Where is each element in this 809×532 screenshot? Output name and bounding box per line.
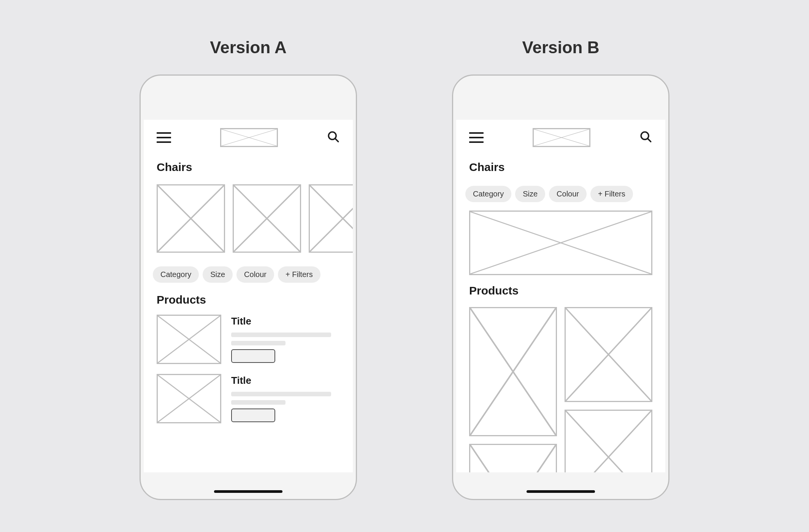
filter-bar: Category Size Colour + Filters [456, 178, 665, 204]
text-placeholder [231, 332, 331, 337]
product-body: Title [231, 374, 340, 423]
svg-line-24 [566, 411, 651, 472]
category-carousel[interactable] [144, 178, 353, 259]
svg-line-25 [566, 411, 651, 472]
product-grid [456, 302, 665, 472]
app-header [144, 120, 353, 149]
filter-pill-size[interactable]: Size [515, 186, 545, 202]
column-version-a: Version A Chairs [140, 38, 357, 500]
list-item[interactable]: Title [157, 315, 340, 364]
text-placeholder [231, 392, 331, 396]
svg-line-8 [310, 185, 353, 252]
logo-placeholder[interactable] [533, 128, 590, 147]
carousel-item[interactable] [233, 184, 301, 253]
carousel-item[interactable] [157, 184, 225, 253]
screen-b: Chairs Category Size Colour + Filters Pr… [456, 120, 665, 472]
filter-bar: Category Size Colour + Filters [144, 259, 353, 284]
menu-icon[interactable] [157, 132, 171, 143]
grid-item[interactable] [469, 444, 557, 472]
product-image-placeholder [157, 374, 221, 423]
action-button-placeholder[interactable] [231, 408, 275, 422]
search-icon[interactable] [327, 130, 340, 145]
filter-pill-category[interactable]: Category [153, 266, 199, 283]
version-b-label: Version B [522, 38, 600, 57]
filter-pill-category[interactable]: Category [465, 186, 511, 202]
phone-frame-a: Chairs Category Size Colour + Filters Pr… [140, 74, 357, 500]
grid-item[interactable] [469, 307, 557, 436]
phone-frame-b: Chairs Category Size Colour + Filters Pr… [452, 74, 669, 500]
wireframe-comparison: Version A Chairs [0, 0, 809, 500]
filter-pill-colour[interactable]: Colour [236, 266, 274, 283]
version-a-label: Version A [210, 38, 286, 57]
svg-line-17 [648, 139, 651, 142]
home-indicator[interactable] [527, 490, 595, 493]
hero-banner[interactable] [469, 211, 652, 275]
screen-a: Chairs Category Size Colour + Filters Pr… [144, 120, 353, 472]
product-body: Title [231, 315, 340, 364]
carousel-item[interactable] [309, 184, 353, 253]
text-placeholder [231, 341, 286, 345]
svg-line-27 [470, 445, 556, 472]
product-title: Title [231, 315, 340, 327]
category-heading: Chairs [456, 149, 665, 178]
products-heading: Products [456, 275, 665, 302]
search-icon[interactable] [639, 130, 652, 145]
filter-pill-size[interactable]: Size [203, 266, 233, 283]
home-indicator[interactable] [214, 490, 282, 493]
grid-item[interactable] [565, 307, 652, 402]
svg-line-26 [470, 445, 556, 472]
product-image-placeholder [157, 315, 221, 364]
list-item[interactable]: Title [157, 374, 340, 423]
category-heading: Chairs [144, 149, 353, 178]
svg-line-9 [310, 185, 353, 252]
product-title: Title [231, 375, 340, 386]
hero-image-placeholder [469, 211, 652, 275]
product-list: Title Title [144, 311, 353, 423]
svg-line-3 [335, 139, 338, 142]
menu-icon[interactable] [469, 132, 484, 143]
column-version-b: Version B Chairs Category [452, 38, 669, 500]
action-button-placeholder[interactable] [231, 349, 275, 363]
filter-pill-more[interactable]: + Filters [590, 186, 633, 202]
grid-item[interactable] [565, 410, 652, 472]
app-header [456, 120, 665, 149]
logo-placeholder[interactable] [220, 128, 278, 147]
text-placeholder [231, 400, 286, 405]
products-heading: Products [144, 284, 353, 311]
filter-pill-colour[interactable]: Colour [549, 186, 587, 202]
filter-pill-more[interactable]: + Filters [278, 266, 320, 283]
